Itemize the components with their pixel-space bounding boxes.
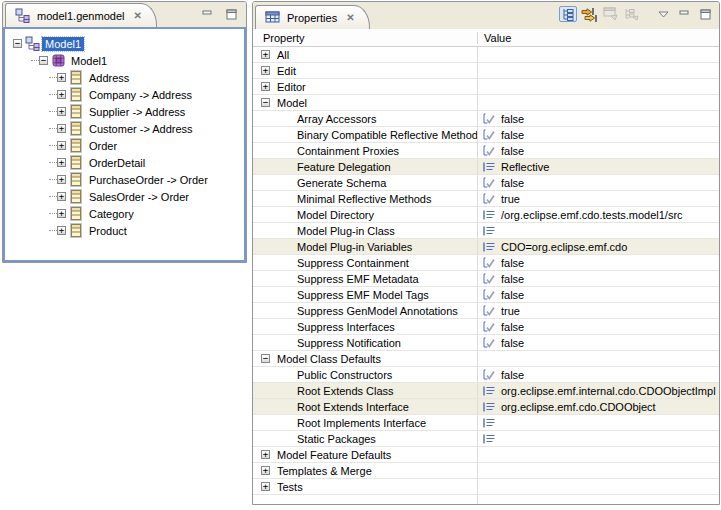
- property-category-row[interactable]: +Editor: [253, 79, 719, 95]
- property-name: Array Accessors: [253, 113, 376, 125]
- property-row[interactable]: Static Packages: [253, 431, 719, 447]
- property-row[interactable]: Suppress GenModel Annotationstrue: [253, 303, 719, 319]
- boolean-value-icon: [482, 112, 497, 125]
- expand-icon[interactable]: +: [261, 450, 270, 459]
- tree-item-label[interactable]: Model1: [42, 37, 84, 51]
- filter-icon[interactable]: [622, 6, 640, 22]
- property-row[interactable]: Root Extends Interfaceorg.eclipse.emf.cd…: [253, 399, 719, 415]
- property-row[interactable]: Generate Schemafalse: [253, 175, 719, 191]
- tree-connector: [49, 94, 57, 95]
- property-row[interactable]: Containment Proxiesfalse: [253, 143, 719, 159]
- tree-item-label[interactable]: Model1: [68, 54, 110, 68]
- tree-item[interactable]: +Supplier -> Address: [5, 103, 244, 120]
- expand-icon[interactable]: +: [261, 482, 270, 491]
- property-category-row[interactable]: −Model: [253, 95, 719, 111]
- show-categories-icon[interactable]: [559, 6, 577, 22]
- property-category-row[interactable]: +Model Feature Defaults: [253, 447, 719, 463]
- expand-icon[interactable]: +: [261, 466, 270, 475]
- tree-item[interactable]: +Customer -> Address: [5, 120, 244, 137]
- minimize-icon[interactable]: [198, 6, 216, 22]
- package-icon: [50, 53, 66, 69]
- property-category-row[interactable]: +All: [253, 47, 719, 63]
- collapse-icon[interactable]: −: [261, 354, 270, 363]
- expand-icon[interactable]: +: [57, 141, 66, 150]
- collapse-icon[interactable]: −: [261, 98, 270, 107]
- expand-icon[interactable]: +: [57, 192, 66, 201]
- property-row[interactable]: Suppress Containmentfalse: [253, 255, 719, 271]
- expand-icon[interactable]: +: [57, 90, 66, 99]
- property-row[interactable]: Suppress Notificationfalse: [253, 335, 719, 351]
- category-label: Model Class Defaults: [277, 353, 381, 365]
- tree-item-label[interactable]: Address: [86, 71, 132, 85]
- property-category-row[interactable]: +Edit: [253, 63, 719, 79]
- property-category-row[interactable]: +Tests: [253, 479, 719, 495]
- tree-item-label[interactable]: SalesOrder -> Order: [86, 190, 192, 204]
- property-name: Root Implements Interface: [253, 417, 426, 429]
- tree-item[interactable]: +Order: [5, 137, 244, 154]
- property-row[interactable]: Feature DelegationReflective: [253, 159, 719, 175]
- property-row[interactable]: Suppress EMF Model Tagsfalse: [253, 287, 719, 303]
- tree-item-label[interactable]: Company -> Address: [86, 88, 195, 102]
- property-name: Root Extends Class: [253, 385, 394, 397]
- tree-item[interactable]: +Address: [5, 69, 244, 86]
- expand-icon[interactable]: +: [261, 82, 270, 91]
- tree-item-label[interactable]: Category: [86, 207, 137, 221]
- properties-rows: +All+Edit+Editor−ModelArray Accessorsfal…: [253, 47, 719, 504]
- tree-item[interactable]: +PurchaseOrder -> Order: [5, 171, 244, 188]
- close-icon[interactable]: ✕: [346, 12, 354, 23]
- view-menu-icon[interactable]: [654, 6, 672, 22]
- property-row[interactable]: Minimal Reflective Methodstrue: [253, 191, 719, 207]
- properties-view-tab[interactable]: Properties ✕: [255, 5, 370, 29]
- property-category-row[interactable]: +Templates & Merge: [253, 463, 719, 479]
- tree-item-label[interactable]: Customer -> Address: [86, 122, 196, 136]
- show-advanced-properties-icon[interactable]: [580, 6, 598, 22]
- tree-item-label[interactable]: OrderDetail: [86, 156, 148, 170]
- text-value-icon: [482, 208, 497, 221]
- expand-icon[interactable]: +: [261, 50, 270, 59]
- expand-icon[interactable]: +: [261, 66, 270, 75]
- editor-tab-model1-genmodel[interactable]: model1.genmodel ✕: [5, 3, 157, 27]
- restore-default-value-icon[interactable]: [601, 6, 619, 22]
- expand-icon[interactable]: +: [57, 107, 66, 116]
- expand-icon[interactable]: +: [57, 124, 66, 133]
- property-row[interactable]: Suppress EMF Metadatafalse: [253, 271, 719, 287]
- tree-item-label[interactable]: Order: [86, 139, 120, 153]
- property-category-row[interactable]: −Model Class Defaults: [253, 351, 719, 367]
- expand-icon[interactable]: +: [57, 73, 66, 82]
- property-row[interactable]: Root Implements Interface: [253, 415, 719, 431]
- property-row[interactable]: Model Directory/org.eclipse.emf.cdo.test…: [253, 207, 719, 223]
- tree-item-label[interactable]: Supplier -> Address: [86, 105, 188, 119]
- property-value: false: [501, 145, 524, 157]
- properties-tabstrip: Properties ✕: [253, 2, 719, 29]
- expand-icon[interactable]: +: [57, 175, 66, 184]
- property-column-header[interactable]: Property: [253, 32, 478, 44]
- expand-icon[interactable]: +: [57, 226, 66, 235]
- tree-item[interactable]: −Model1: [5, 52, 244, 69]
- close-icon[interactable]: ✕: [133, 10, 141, 21]
- tree-item[interactable]: +SalesOrder -> Order: [5, 188, 244, 205]
- tree-item[interactable]: +Company -> Address: [5, 86, 244, 103]
- collapse-icon[interactable]: −: [39, 56, 48, 65]
- property-row[interactable]: Model Plug-in Class: [253, 223, 719, 239]
- genmodel-file-icon: [14, 8, 30, 24]
- tree-item[interactable]: +OrderDetail: [5, 154, 244, 171]
- collapse-icon[interactable]: −: [13, 39, 22, 48]
- maximize-icon[interactable]: [222, 6, 240, 22]
- minimize-icon[interactable]: [675, 6, 693, 22]
- property-row[interactable]: Suppress Interfacesfalse: [253, 319, 719, 335]
- tree-item-label[interactable]: Product: [86, 224, 130, 238]
- tree-item-label[interactable]: PurchaseOrder -> Order: [86, 173, 211, 187]
- property-row[interactable]: Root Extends Classorg.eclipse.emf.intern…: [253, 383, 719, 399]
- property-row[interactable]: Model Plug-in VariablesCDO=org.eclipse.e…: [253, 239, 719, 255]
- maximize-icon[interactable]: [696, 6, 714, 22]
- tree-item[interactable]: +Product: [5, 222, 244, 239]
- property-row[interactable]: Public Constructorsfalse: [253, 367, 719, 383]
- tree-item[interactable]: +Category: [5, 205, 244, 222]
- expand-icon[interactable]: +: [57, 209, 66, 218]
- value-column-header[interactable]: Value: [478, 32, 511, 44]
- property-row[interactable]: Binary Compatible Reflective Methodsfals…: [253, 127, 719, 143]
- property-name: Containment Proxies: [253, 145, 399, 157]
- expand-icon[interactable]: +: [57, 158, 66, 167]
- property-row[interactable]: Array Accessorsfalse: [253, 111, 719, 127]
- tree-item[interactable]: −Model1: [5, 35, 244, 52]
